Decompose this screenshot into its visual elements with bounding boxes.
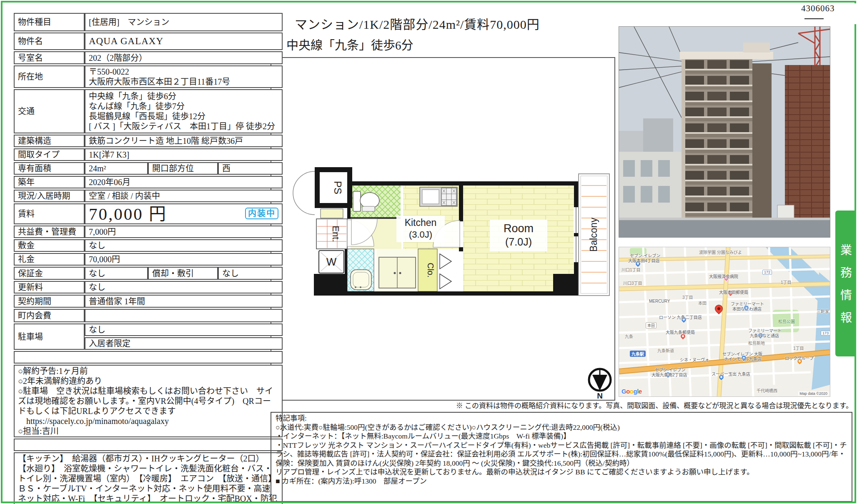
map-label: 173 bbox=[821, 331, 830, 336]
document-number: 4306063 bbox=[799, 3, 857, 24]
floor-plan-drawing: PS Ent. W Kitchen (3.0J) Room (7.0J) Clo… bbox=[271, 58, 614, 400]
equipment-header-row: 設 備 bbox=[14, 439, 283, 451]
map-label: ローソン 九条二丁目店 bbox=[659, 314, 702, 320]
table-row-rent: 賃料 70,000 円内装中 bbox=[14, 203, 283, 224]
compass-icon: N bbox=[589, 369, 611, 400]
kitchen-label: Kitchen bbox=[405, 217, 437, 228]
headline-line1: マンション/1K/2階部分/24m²/賃料70,000円 bbox=[286, 14, 540, 33]
headline-line2: 中央線「九条」徒歩6分 bbox=[286, 35, 540, 53]
map-label: 大阪本田郵便局 bbox=[719, 289, 748, 295]
map-label: 九条駅 bbox=[630, 351, 646, 357]
map-label: 川口1丁目 bbox=[621, 266, 641, 273]
kitchen-size-label: (3.0J) bbox=[409, 229, 432, 240]
renovation-status-badge: 内装中 bbox=[245, 208, 278, 219]
map-label: MERCURY bbox=[649, 299, 670, 303]
document-number-text: 4306063 bbox=[801, 3, 835, 13]
table-row: 所在地〒550-0022 大阪府大阪市西区本田２丁目11番17号 bbox=[14, 65, 283, 88]
map-label: 本田 bbox=[646, 322, 657, 328]
table-row: 物件種目[住居用] マンション bbox=[14, 13, 283, 31]
map-label: 3丁目 bbox=[682, 294, 693, 300]
map-label: 本田 bbox=[698, 300, 707, 306]
table-row: 現況/入居時期空室 / 相談 / 内装中 bbox=[14, 190, 283, 202]
map-label: シネ・ヌーヴォ bbox=[680, 356, 709, 363]
table-row: 保証金なし償却・敷引なし bbox=[14, 267, 283, 280]
map-label: 三軒家 bbox=[817, 308, 829, 314]
table-row: 専有面積24m²開口部方位西 bbox=[14, 162, 283, 175]
business-info-tab[interactable]: 業務情報 bbox=[835, 211, 854, 356]
map-label: 1丁目 bbox=[781, 279, 792, 285]
special-notes-box: 特記事項: ○水道代:実費○駐輪場:500円(空きがあるかはご確認ください)○ハ… bbox=[271, 412, 852, 502]
entry-label: Ent. bbox=[331, 226, 341, 242]
map-label: スーパー玉出 九条店 bbox=[712, 371, 750, 377]
map-label: 172 bbox=[762, 270, 772, 275]
map-label: 波除学園 分園なみびよ bbox=[699, 249, 742, 255]
listing-headline: マンション/1K/2階部分/24m²/賃料70,000円 中央線「九条」徒歩6分 bbox=[286, 14, 540, 53]
disclaimer-note: ※ この資料は物件の概略紹介資料になります。写真、間取図面、設備、概要などが現況… bbox=[417, 400, 853, 410]
table-row: 町内会費 bbox=[14, 309, 283, 322]
table-row: 交通中央線「九条」徒歩6分 なんば線「九条」徒歩7分 長堀鶴見線「西長堀」徒歩1… bbox=[14, 89, 283, 133]
remarks-section-bar: 備 考 bbox=[14, 351, 283, 364]
map-label: 大阪九条南2丁目店 bbox=[652, 371, 687, 378]
table-row: 更新料なし bbox=[14, 281, 283, 293]
remarks-text: ○解約予告:1ヶ月前 ○2年未満解約違約あり ○駐車場 空き状況は駐車場検索もし… bbox=[14, 365, 283, 437]
map-attribution: Map data ©2020 bbox=[798, 391, 829, 396]
closet-label: Clo. bbox=[426, 263, 435, 278]
rent-amount: 70,000 円 bbox=[89, 204, 167, 223]
map-label: 大阪九条郵便局 bbox=[666, 329, 695, 335]
equipment-text: 【キッチン】 給湯器（都市ガス）・IHクッキングヒーター（2口） 【水廻り】 浴… bbox=[14, 452, 283, 504]
table-row: 築年2020年06月 bbox=[14, 176, 283, 188]
map-label: 大阪掖済会病院 bbox=[709, 273, 738, 279]
map-label: 松島新地 bbox=[748, 340, 765, 346]
building-photo-image bbox=[619, 27, 830, 237]
map-label: 松島公園 bbox=[778, 318, 795, 324]
map-label: 九条 bbox=[625, 333, 633, 339]
remarks-row: ○解約予告:1ヶ月前 ○2年未満解約違約あり ○駐車場 空き状況は駐車場検索もし… bbox=[14, 365, 283, 437]
business-info-tab-label: 業務情報 bbox=[837, 233, 853, 334]
map-label: 川口3丁目 bbox=[623, 280, 642, 286]
table-row: 敷金なし bbox=[14, 239, 283, 252]
table-row: 礼金70,000円 bbox=[14, 253, 283, 266]
map-label: ロックグループ bbox=[785, 355, 814, 361]
map-label: 本田なにわ通店 bbox=[732, 306, 762, 312]
ps-label: PS bbox=[332, 181, 343, 194]
map-label: 大阪本田4丁目店 bbox=[628, 257, 660, 263]
entry-strip bbox=[321, 209, 343, 218]
google-logo: Google bbox=[621, 388, 642, 395]
map-label: 1丁目 bbox=[793, 345, 804, 351]
table-row: 号室名202（2階部分） bbox=[14, 51, 283, 64]
balcony-label: Balcony bbox=[588, 218, 599, 252]
table-row: 共益費・管理費7,000円 bbox=[14, 226, 283, 238]
map-label: 九条みなと通店 bbox=[750, 332, 779, 339]
room-size-label: (7.0J) bbox=[505, 236, 532, 248]
table-row: 駐車場なし bbox=[14, 323, 283, 336]
header-rule-line bbox=[804, 18, 824, 19]
table-row: 契約期間普通借家 1年間 bbox=[14, 295, 283, 308]
table-row: 間取タイプ1K[洋7 K3] bbox=[14, 148, 283, 161]
map-label: ナインモール九条店 bbox=[724, 356, 762, 362]
equipment-section-bar: 設 備 bbox=[14, 439, 283, 451]
compass-n-label: N bbox=[597, 391, 603, 400]
property-spec-table: 物件種目[住居用] マンション 物件名AQUA GALAXY 号室名202（2階… bbox=[14, 12, 283, 504]
room-label: Room bbox=[504, 222, 534, 235]
map-label: 九条新道 bbox=[657, 347, 674, 354]
remarks-header-row: 備 考 bbox=[14, 351, 283, 364]
table-row: 建築構造鉄筋コンクリート造 地上10階 総戸数36戸 bbox=[14, 135, 283, 147]
location-map: セブン-イレブン大阪本田4丁目店波除学園 分園なみびよ川口1丁目大阪掖済会病院1… bbox=[619, 247, 830, 397]
table-row: 物件名AQUA GALAXY bbox=[14, 33, 283, 50]
building-photo bbox=[619, 26, 830, 238]
equipment-row: 【キッチン】 給湯器（都市ガス）・IHクッキングヒーター（2口） 【水廻り】 浴… bbox=[14, 452, 283, 504]
floor-plan: PS Ent. W Kitchen (3.0J) Room (7.0J) Clo… bbox=[271, 57, 615, 401]
washer-label: W bbox=[326, 256, 337, 268]
map-label: 千代崎橋西 bbox=[757, 387, 777, 394]
